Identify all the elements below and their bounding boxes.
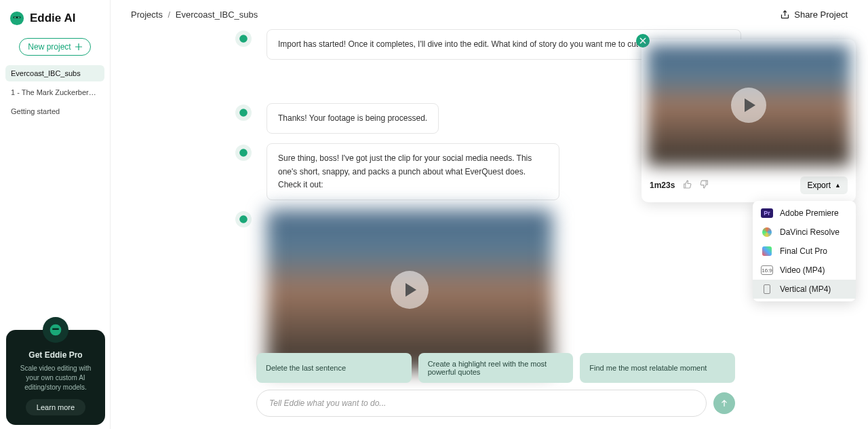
aspect-16-9-icon: 16:9: [761, 265, 773, 275]
composer: Delete the last sentence Create a highli…: [256, 353, 735, 417]
svg-point-9: [239, 215, 248, 223]
svg-point-7: [239, 109, 248, 117]
export-button[interactable]: Export ▲: [800, 176, 848, 194]
brand-text: Eddie AI: [30, 12, 75, 25]
preview-play-button[interactable]: [731, 88, 766, 123]
thumbs-down-icon: [700, 180, 709, 189]
finalcut-icon: [761, 246, 773, 256]
svg-rect-1: [14, 16, 21, 18]
export-option-label: DaVinci Resolve: [780, 227, 840, 237]
svg-point-3: [18, 17, 20, 18]
pro-upsell-card: Get Eddie Pro Scale video editing with y…: [6, 330, 105, 425]
project-item[interactable]: Evercoast_IBC_subs: [5, 65, 104, 81]
ai-avatar-icon: [235, 105, 252, 121]
aspect-vertical-icon: [761, 284, 773, 294]
ai-avatar-icon: [235, 31, 252, 47]
thumbs-down-button[interactable]: [700, 180, 709, 191]
main: Projects / Evercoast_IBC_subs Share Proj…: [111, 0, 868, 429]
arrow-up-icon: [719, 398, 729, 408]
share-label: Share Project: [794, 10, 848, 20]
new-project-button[interactable]: New project: [19, 38, 90, 56]
ai-video-message: [267, 210, 741, 370]
suggestion-chip[interactable]: Create a highlight reel with the most po…: [418, 353, 574, 383]
svg-point-2: [14, 17, 16, 18]
close-icon: [639, 37, 646, 44]
export-option-label: Vertical (MP4): [780, 284, 831, 294]
project-item[interactable]: 1 - The Mark Zuckerberg ...: [5, 84, 104, 100]
ai-avatar-icon: [235, 145, 252, 161]
breadcrumb-current: Evercoast_IBC_subs: [176, 10, 258, 20]
logo-icon: [9, 11, 24, 26]
export-option-label: Final Cut Pro: [780, 246, 827, 256]
chevron-up-icon: ▲: [835, 182, 841, 189]
suggestion-row: Delete the last sentence Create a highli…: [256, 353, 735, 383]
pro-title: Get Eddie Pro: [13, 350, 98, 360]
export-option-label: Adobe Premiere: [780, 208, 839, 218]
message-text: Sure thing, boss! I've got just the clip…: [267, 143, 559, 200]
project-list: Evercoast_IBC_subs 1 - The Mark Zuckerbe…: [5, 65, 104, 119]
preview-panel: 1m23s Export ▲: [642, 39, 856, 202]
export-label: Export: [807, 181, 831, 190]
play-icon: [406, 283, 416, 297]
play-icon: [745, 98, 755, 112]
export-menu: Pr Adobe Premiere DaVinci Resolve Final …: [753, 201, 856, 301]
message-text: Thanks! Your footage is being processed.: [267, 103, 439, 134]
share-icon: [780, 10, 790, 20]
export-option-vertical-mp4[interactable]: Vertical (MP4): [753, 280, 856, 299]
plus-icon: [75, 43, 82, 50]
project-item[interactable]: Getting started: [5, 103, 104, 119]
chat-input[interactable]: Tell Eddie what you want to do...: [256, 390, 707, 417]
play-button[interactable]: [391, 271, 429, 309]
pro-desc: Scale video editing with your own custom…: [13, 364, 98, 392]
brand[interactable]: Eddie AI: [5, 8, 104, 29]
export-option-video-mp4[interactable]: 16:9 Video (MP4): [753, 261, 856, 280]
export-option-premiere[interactable]: Pr Adobe Premiere: [753, 204, 856, 223]
breadcrumb: Projects / Evercoast_IBC_subs: [131, 10, 258, 20]
suggestion-chip[interactable]: Delete the last sentence: [256, 353, 412, 383]
send-button[interactable]: [713, 392, 735, 414]
new-project-label: New project: [28, 42, 71, 52]
pro-cta-button[interactable]: Learn more: [26, 399, 85, 415]
davinci-icon: [761, 227, 773, 237]
preview-duration: 1m23s: [650, 181, 675, 190]
share-button[interactable]: Share Project: [780, 10, 848, 20]
breadcrumb-root[interactable]: Projects: [131, 10, 163, 20]
thumbs-up-button[interactable]: [683, 180, 692, 191]
suggestion-chip[interactable]: Find me the most relatable moment: [580, 353, 735, 383]
thumbs-up-icon: [683, 180, 692, 189]
svg-point-6: [239, 35, 248, 43]
svg-rect-5: [52, 329, 59, 331]
export-option-label: Video (MP4): [780, 265, 825, 275]
export-option-finalcut[interactable]: Final Cut Pro: [753, 242, 856, 261]
breadcrumb-sep: /: [168, 10, 171, 20]
export-option-davinci[interactable]: DaVinci Resolve: [753, 223, 856, 242]
topbar: Projects / Evercoast_IBC_subs Share Proj…: [111, 0, 868, 29]
pro-avatar-icon: [43, 317, 68, 343]
svg-point-8: [239, 149, 248, 157]
sidebar: Eddie AI New project Evercoast_IBC_subs …: [0, 0, 111, 429]
ai-avatar-icon: [235, 211, 252, 227]
premiere-icon: Pr: [761, 208, 773, 218]
